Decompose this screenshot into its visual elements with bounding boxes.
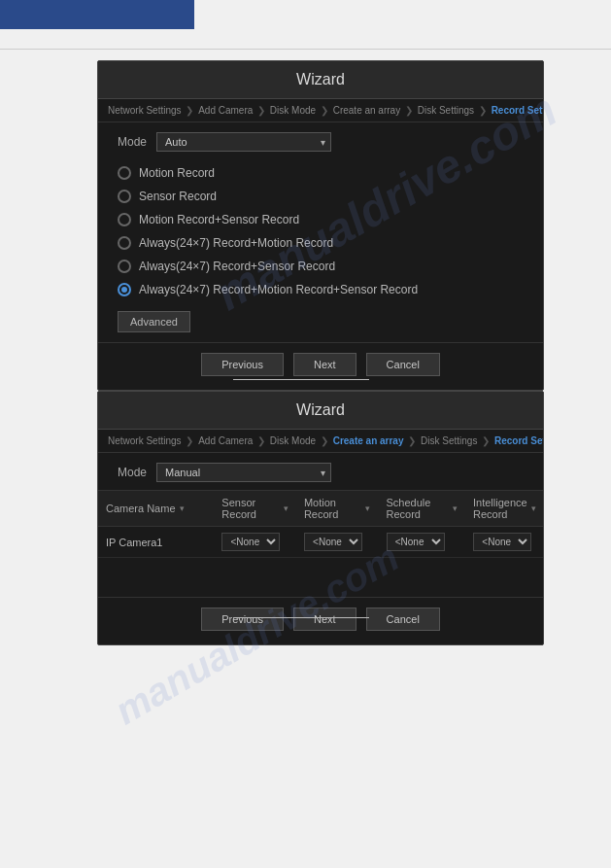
table-header-2: Camera Name ▾ Sensor Record ▾ Motion Rec… xyxy=(98,490,543,527)
mode-select-wrapper-1[interactable]: Auto Manual xyxy=(156,132,331,152)
th-sensor[interactable]: Sensor Record ▾ xyxy=(214,491,296,526)
mode-row-1: Mode Auto Manual xyxy=(98,122,543,157)
advanced-button[interactable]: Advanced xyxy=(118,311,190,332)
radio-options-1: Motion RecordSensor RecordMotion Record+… xyxy=(98,157,543,305)
schedule-select[interactable]: <None> xyxy=(387,533,445,551)
radio-label-1: Sensor Record xyxy=(139,190,217,203)
radio-circle-1 xyxy=(118,190,131,203)
mode-select-2[interactable]: Manual Auto xyxy=(156,463,331,482)
bc2-diskmode: Disk Mode xyxy=(270,435,316,446)
bc-recordsettings-active: Record Settings xyxy=(492,105,543,116)
mode-label-2: Mode xyxy=(118,466,147,479)
radio-circle-3 xyxy=(118,236,131,250)
wizard-title-text-2: Wizard xyxy=(296,401,345,418)
chevron-intel: ▾ xyxy=(531,503,536,513)
th-camera[interactable]: Camera Name ▾ xyxy=(98,491,214,526)
breadcrumb-1: Network Settings ❯ Add Camera ❯ Disk Mod… xyxy=(98,99,543,122)
radio-label-3: Always(24×7) Record+Motion Record xyxy=(139,236,333,250)
bc2-disksettings: Disk Settings xyxy=(421,435,477,446)
radio-circle-0 xyxy=(118,166,131,180)
mode-row-2: Mode Manual Auto xyxy=(98,453,543,490)
bc2-addcam: Add Camera xyxy=(198,435,253,446)
table-empty-space xyxy=(98,558,543,597)
th-motion[interactable]: Motion Record ▾ xyxy=(296,491,379,526)
cancel-button-1[interactable]: Cancel xyxy=(366,353,440,376)
cancel-button-2[interactable]: Cancel xyxy=(366,608,440,631)
bc2-recordsettings-active: Record Settings xyxy=(494,435,543,446)
chevron-motion: ▾ xyxy=(365,503,370,513)
mode-select-1[interactable]: Auto Manual xyxy=(156,132,331,152)
radio-option-0[interactable]: Motion Record xyxy=(118,161,524,185)
mode-label-1: Mode xyxy=(118,135,147,149)
button-row-1: Previous Next Cancel xyxy=(98,342,543,390)
bc2-createarray-active: Create an array xyxy=(333,435,404,446)
intel-select[interactable]: <None> xyxy=(473,533,531,551)
radio-option-5[interactable]: Always(24×7) Record+Motion Record+Sensor… xyxy=(118,278,524,301)
previous-button-2[interactable]: Previous xyxy=(201,608,284,631)
table-row: IP Camera1 <None> <None> <None> <None> xyxy=(98,527,543,558)
previous-button-1[interactable]: Previous xyxy=(201,353,284,376)
radio-label-0: Motion Record xyxy=(139,166,215,180)
bc-diskmode: Disk Mode xyxy=(270,105,316,116)
bc-createarray: Create an array xyxy=(333,105,400,116)
button-row-2: Previous Next Cancel xyxy=(98,597,543,644)
chevron-sensor: ▾ xyxy=(284,503,289,513)
bc-addcam: Add Camera xyxy=(198,105,253,116)
top-bar xyxy=(0,0,194,29)
th-schedule[interactable]: Schedule Record ▾ xyxy=(378,491,465,526)
td-camera: IP Camera1 xyxy=(98,527,214,557)
radio-circle-4 xyxy=(118,260,131,273)
sensor-select[interactable]: <None> xyxy=(221,533,280,551)
wizard-panel-1: Wizard Network Settings ❯ Add Camera ❯ D… xyxy=(97,60,544,391)
bc-disksettings: Disk Settings xyxy=(418,105,474,116)
motion-select[interactable]: <None> xyxy=(304,533,362,551)
chevron-schedule: ▾ xyxy=(453,503,458,513)
radio-label-2: Motion Record+Sensor Record xyxy=(139,213,299,226)
radio-label-4: Always(24×7) Record+Sensor Record xyxy=(139,260,335,273)
bc2-network: Network Settings xyxy=(108,435,182,446)
radio-option-3[interactable]: Always(24×7) Record+Motion Record xyxy=(118,231,524,255)
next-button-2[interactable]: Next xyxy=(293,608,356,631)
chevron-camera: ▾ xyxy=(180,503,185,513)
short-divider-1 xyxy=(233,379,369,380)
wizard-title-text-1: Wizard xyxy=(296,71,345,87)
td-schedule[interactable]: <None> xyxy=(379,527,466,557)
radio-option-4[interactable]: Always(24×7) Record+Sensor Record xyxy=(118,255,524,278)
td-sensor[interactable]: <None> xyxy=(214,527,296,557)
wizard-title-2: Wizard xyxy=(98,392,543,430)
th-intel[interactable]: Intelligence Record ▾ xyxy=(465,491,543,526)
wizard-panel-2: Wizard Network Settings ❯ Add Camera ❯ D… xyxy=(97,391,544,645)
radio-label-5: Always(24×7) Record+Motion Record+Sensor… xyxy=(139,283,418,296)
breadcrumb-2: Network Settings ❯ Add Camera ❯ Disk Mod… xyxy=(98,430,543,453)
radio-circle-5 xyxy=(118,283,131,296)
td-intel[interactable]: <None> xyxy=(465,527,543,557)
radio-circle-2 xyxy=(118,213,131,226)
next-button-1[interactable]: Next xyxy=(293,353,356,376)
radio-option-1[interactable]: Sensor Record xyxy=(118,185,524,208)
mode-select-wrapper-2[interactable]: Manual Auto xyxy=(156,463,331,482)
bc-network: Network Settings xyxy=(108,105,182,116)
advanced-btn-wrapper: Advanced xyxy=(98,305,543,342)
short-divider-2 xyxy=(233,617,369,618)
wizard-title-1: Wizard xyxy=(98,61,543,99)
top-divider xyxy=(0,49,611,50)
radio-option-2[interactable]: Motion Record+Sensor Record xyxy=(118,208,524,231)
td-motion[interactable]: <None> xyxy=(296,527,379,557)
